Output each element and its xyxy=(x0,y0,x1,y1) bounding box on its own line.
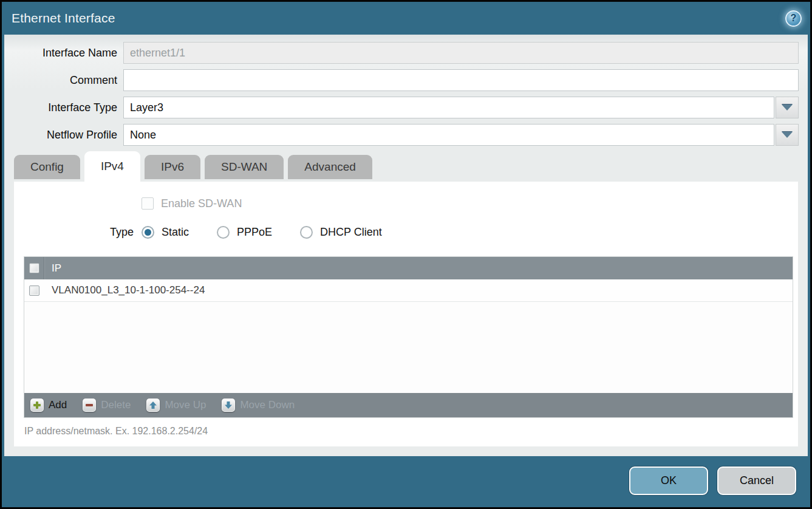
add-button-label: Add xyxy=(49,399,67,411)
move-up-button-label: Move Up xyxy=(165,399,206,411)
interface-type-dropdown[interactable]: Layer3 xyxy=(123,97,799,118)
tab-ipv6[interactable]: IPv6 xyxy=(145,155,200,179)
ip-help-text: IP address/netmask. Ex. 192.168.2.254/24 xyxy=(24,426,798,437)
netflow-profile-value: None xyxy=(123,124,774,146)
type-row: Type Static PPPoE DHCP Client xyxy=(110,225,798,239)
dialog-body: Interface Name ethernet1/1 Comment Inter… xyxy=(4,35,808,456)
dialog-titlebar: Ethernet Interface ? xyxy=(2,2,810,35)
radio-static-button[interactable] xyxy=(142,226,154,239)
radio-static[interactable]: Static xyxy=(142,226,189,239)
ok-button[interactable]: OK xyxy=(629,466,708,495)
tab-bar: Config IPv4 IPv6 SD-WAN Advanced xyxy=(14,151,808,182)
comment-field[interactable] xyxy=(123,69,799,91)
table-row[interactable]: VLAN0100_L3_10-1-100-254--24 xyxy=(24,279,793,302)
move-down-button: Move Down xyxy=(222,398,295,412)
move-down-button-label: Move Down xyxy=(240,399,295,411)
tab-advanced[interactable]: Advanced xyxy=(288,155,372,179)
cancel-button[interactable]: Cancel xyxy=(717,466,796,495)
type-label: Type xyxy=(110,226,134,239)
row-ip-value: VLAN0100_L3_10-1-100-254--24 xyxy=(44,284,205,296)
delete-button: Delete xyxy=(83,398,131,412)
tab-config[interactable]: Config xyxy=(14,155,80,179)
interface-name-row: Interface Name ethernet1/1 xyxy=(4,42,808,64)
chevron-down-icon xyxy=(782,132,793,138)
ip-table: IP VLAN0100_L3_10-1-100-254--24 Add xyxy=(24,256,793,418)
netflow-profile-row: Netflow Profile None xyxy=(4,124,808,146)
netflow-profile-dropdown[interactable]: None xyxy=(123,124,799,146)
select-all-checkbox[interactable] xyxy=(29,263,39,273)
radio-dhcp-client-button[interactable] xyxy=(300,226,313,239)
help-icon[interactable]: ? xyxy=(785,10,802,27)
enable-sdwan-checkbox xyxy=(142,197,154,210)
radio-static-label[interactable]: Static xyxy=(162,226,189,239)
move-up-button: Move Up xyxy=(146,398,206,412)
interface-type-row: Interface Type Layer3 xyxy=(4,97,808,118)
dialog-footer: OK Cancel xyxy=(2,456,810,507)
radio-pppoe-button[interactable] xyxy=(217,226,230,239)
table-empty-area xyxy=(24,302,793,393)
row-checkbox[interactable] xyxy=(29,285,39,296)
radio-dhcp-client-label[interactable]: DHCP Client xyxy=(320,226,382,239)
interface-name-label: Interface Name xyxy=(4,47,123,60)
radio-dhcp-client[interactable]: DHCP Client xyxy=(300,226,382,239)
dialog-title: Ethernet Interface xyxy=(12,11,115,26)
delete-button-label: Delete xyxy=(101,399,131,411)
netflow-profile-label: Netflow Profile xyxy=(4,129,123,142)
interface-type-value: Layer3 xyxy=(123,97,774,118)
interface-type-label: Interface Type xyxy=(4,101,123,114)
table-toolbar: Add Delete Move Up xyxy=(24,393,793,417)
chevron-down-icon xyxy=(782,104,793,111)
add-button[interactable]: Add xyxy=(30,398,67,412)
arrow-up-icon xyxy=(146,398,160,412)
ethernet-interface-dialog: Ethernet Interface ? Interface Name ethe… xyxy=(0,0,812,509)
form-rows: Interface Name ethernet1/1 Comment Inter… xyxy=(4,35,808,151)
tab-sdwan[interactable]: SD-WAN xyxy=(205,155,284,179)
netflow-profile-dropdown-button[interactable] xyxy=(776,124,799,146)
comment-row: Comment xyxy=(4,69,808,91)
tab-ipv4[interactable]: IPv4 xyxy=(84,151,140,182)
enable-sdwan-row: Enable SD-WAN xyxy=(142,197,798,210)
row-checkbox-cell xyxy=(24,279,44,301)
radio-pppoe-label[interactable]: PPPoE xyxy=(237,226,272,239)
interface-type-dropdown-button[interactable] xyxy=(776,97,799,118)
arrow-down-icon xyxy=(222,398,235,412)
comment-label: Comment xyxy=(4,74,123,87)
plus-icon xyxy=(30,398,44,412)
header-checkbox-cell xyxy=(24,257,44,279)
radio-pppoe[interactable]: PPPoE xyxy=(217,226,272,239)
minus-icon xyxy=(83,398,96,412)
ip-column-header: IP xyxy=(44,262,61,275)
ipv4-tab-panel: Enable SD-WAN Type Static PPPoE DHCP Cli… xyxy=(14,182,798,446)
ip-table-header: IP xyxy=(24,257,793,279)
enable-sdwan-label: Enable SD-WAN xyxy=(161,197,242,210)
interface-name-field: ethernet1/1 xyxy=(123,42,799,64)
